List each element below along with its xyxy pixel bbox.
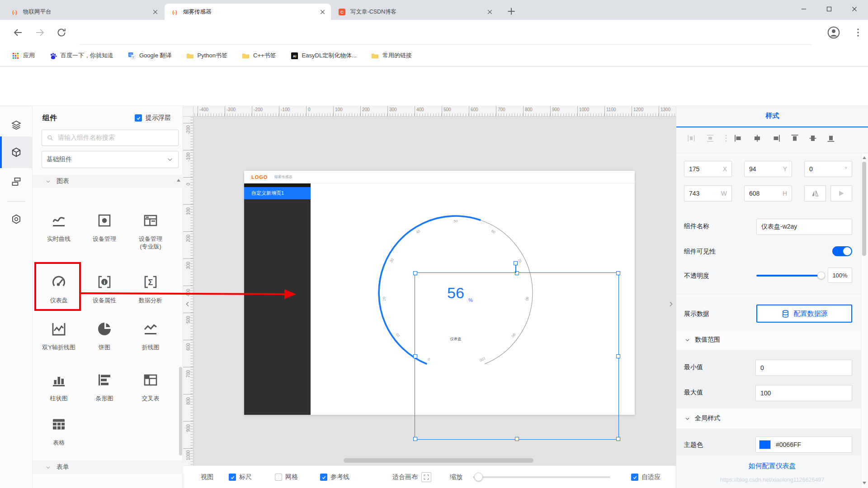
- component-item-折线图[interactable]: 折线图: [128, 321, 173, 351]
- selection-handle[interactable]: [413, 271, 417, 275]
- component-item-仪表盘[interactable]: 仪表盘: [36, 274, 81, 304]
- component-name-input[interactable]: [756, 219, 852, 235]
- component-item-双Y轴折线图[interactable]: 双Y轴折线图: [36, 321, 81, 351]
- tab-style[interactable]: 样式: [676, 112, 868, 120]
- ruler-toggle[interactable]: 标尺: [229, 466, 252, 488]
- design-canvas[interactable]: -400-300-200-100010020030040050060070080…: [183, 106, 676, 465]
- bookmark-item[interactable]: 应用: [12, 52, 35, 60]
- page-nav-item[interactable]: 自定义新增页1: [244, 187, 311, 199]
- browser-tab[interactable]: (-)物联网平台: [5, 4, 164, 20]
- x-input[interactable]: 175 X: [684, 161, 732, 177]
- forward-button[interactable]: [34, 27, 45, 38]
- component-item-设备属性[interactable]: i设备属性: [82, 274, 127, 304]
- distribute-vertical-icon[interactable]: [706, 134, 715, 143]
- browser-tab[interactable]: (-)烟雾传感器: [165, 4, 331, 20]
- components-icon[interactable]: [11, 147, 22, 158]
- selection-handle[interactable]: [616, 354, 620, 358]
- fit-canvas-button[interactable]: 适合画布: [392, 466, 431, 488]
- distribute-horizontal-icon[interactable]: [687, 134, 696, 143]
- flip-horizontal-button[interactable]: [804, 185, 826, 202]
- window-maximize-button[interactable]: [817, 0, 841, 18]
- chevron-down-icon: [45, 465, 51, 470]
- profile-avatar[interactable]: [827, 26, 840, 39]
- opacity-slider-track[interactable]: [756, 275, 822, 277]
- component-item-设备管理[interactable]: 设备管理(专业版): [128, 212, 173, 250]
- structure-icon[interactable]: [11, 176, 22, 187]
- section-value-range[interactable]: 数值范围: [676, 330, 868, 350]
- component-item-实时曲线[interactable]: 实时曲线: [36, 212, 81, 243]
- tab-close-icon[interactable]: [319, 8, 326, 16]
- window-close-button[interactable]: [843, 0, 866, 18]
- component-item-柱状图[interactable]: 柱状图: [36, 372, 81, 402]
- tip-overlay-checkbox[interactable]: [135, 114, 142, 122]
- browser-tab[interactable]: C写文章-CSDN博客: [332, 4, 498, 20]
- bookmark-item[interactable]: 百度一下，你就知道: [49, 52, 113, 60]
- settings-icon[interactable]: [11, 214, 22, 225]
- bookmark-item[interactable]: C++书签: [242, 52, 276, 60]
- selection-rect[interactable]: [415, 272, 619, 440]
- configure-datasource-button[interactable]: 配置数据源: [756, 305, 852, 323]
- section-global-style[interactable]: 全局样式: [676, 408, 868, 428]
- window-minimize-button[interactable]: [792, 0, 816, 18]
- tab-close-icon[interactable]: [486, 8, 494, 16]
- selection-handle[interactable]: [616, 271, 620, 275]
- selection-handle[interactable]: [413, 354, 417, 358]
- min-input[interactable]: [755, 360, 852, 376]
- tip-overlay-toggle[interactable]: 提示浮层: [135, 114, 171, 122]
- rotation-input[interactable]: 0 °: [804, 161, 852, 177]
- scroll-down-icon[interactable]: [862, 481, 867, 485]
- theme-color-swatch[interactable]: [759, 440, 771, 449]
- bookmark-item[interactable]: 常用的链接: [371, 52, 412, 60]
- canvas-horizontal-scrollbar[interactable]: [344, 458, 533, 463]
- tab-close-icon[interactable]: [151, 8, 159, 16]
- max-input[interactable]: [755, 385, 852, 401]
- align-right-icon[interactable]: [772, 134, 781, 143]
- collapse-left-panel-button[interactable]: [184, 296, 192, 312]
- component-item-数据分析[interactable]: Σ数据分析: [128, 274, 173, 304]
- bookmark-item[interactable]: AIEasyDL定制化物体...: [291, 52, 357, 60]
- gauge-help-link[interactable]: 如何配置仪表盘: [676, 462, 868, 470]
- width-input[interactable]: 743 W: [684, 185, 732, 202]
- component-search-input[interactable]: 请输入组件名称搜索: [42, 130, 179, 146]
- visibility-toggle[interactable]: [832, 246, 852, 256]
- browser-menu-button[interactable]: [853, 27, 863, 38]
- component-item-设备管理[interactable]: 设备管理: [82, 212, 127, 243]
- layers-icon[interactable]: [11, 120, 22, 131]
- align-left-icon[interactable]: [734, 134, 743, 143]
- align-top-icon[interactable]: [790, 134, 799, 143]
- grid-toggle[interactable]: 网格: [275, 466, 298, 488]
- component-item-交叉表[interactable]: 交叉表: [128, 372, 173, 402]
- rotation-handle[interactable]: [514, 261, 518, 265]
- scroll-up-icon[interactable]: [862, 155, 867, 160]
- adaptive-toggle[interactable]: 自适应: [631, 466, 660, 488]
- bookmark-item[interactable]: Python书签: [186, 52, 227, 60]
- bookmark-item[interactable]: G文Google 翻译: [128, 52, 172, 60]
- new-tab-button[interactable]: [505, 5, 517, 17]
- component-item-饼图[interactable]: 饼图: [82, 321, 127, 351]
- align-middle-vertical-icon[interactable]: [808, 134, 817, 143]
- align-bottom-icon[interactable]: [826, 134, 835, 143]
- component-item-条形图[interactable]: 条形图: [82, 372, 127, 402]
- selection-handle[interactable]: [413, 437, 417, 441]
- height-input[interactable]: 608 H: [744, 185, 792, 202]
- guideline-toggle[interactable]: 参考线: [320, 466, 349, 488]
- y-input[interactable]: 94 Y: [744, 161, 792, 177]
- design-page[interactable]: LOGO 烟雾传感器 自定义新增页1 010203040506070809010…: [244, 171, 635, 415]
- refresh-button[interactable]: [56, 27, 67, 38]
- flip-vertical-button[interactable]: [830, 185, 852, 202]
- collapse-right-panel-button[interactable]: [667, 296, 675, 312]
- panel-scrollbar[interactable]: [179, 367, 182, 455]
- section-charts[interactable]: 图表: [33, 174, 183, 188]
- component-category-select[interactable]: 基础组件: [42, 151, 179, 168]
- style-panel-scrollbar-thumb[interactable]: [862, 162, 866, 256]
- zoom-slider-knob[interactable]: [474, 473, 483, 481]
- back-button[interactable]: [13, 27, 24, 38]
- selection-handle[interactable]: [616, 437, 620, 441]
- opacity-slider-knob[interactable]: [817, 272, 825, 279]
- section-forms[interactable]: 表单: [33, 460, 183, 474]
- align-center-horizontal-icon[interactable]: [753, 134, 762, 143]
- zoom-slider-track[interactable]: [473, 476, 610, 478]
- component-item-表格[interactable]: 表格: [36, 416, 81, 446]
- selection-handle[interactable]: [515, 437, 519, 441]
- scroll-up-icon[interactable]: [176, 178, 181, 183]
